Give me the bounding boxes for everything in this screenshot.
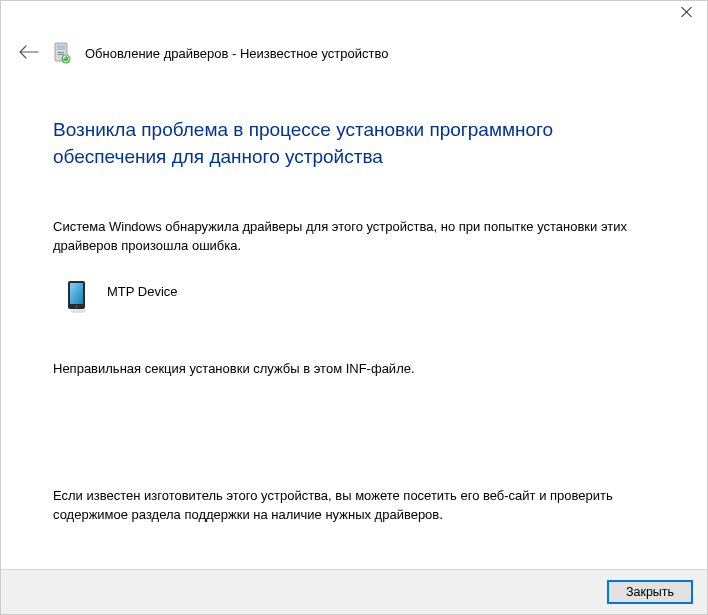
close-icon[interactable]	[679, 5, 695, 21]
hint-text: Если известен изготовитель этого устройс…	[53, 487, 655, 525]
dialog-header: Обновление драйверов - Неизвестное устро…	[1, 33, 707, 83]
error-text: Неправильная секция установки службы в э…	[53, 360, 655, 379]
main-heading: Возникла проблема в процессе установки п…	[53, 117, 655, 170]
driver-update-icon	[53, 41, 71, 65]
close-button[interactable]: Закрыть	[607, 580, 693, 604]
back-arrow-icon[interactable]	[19, 45, 39, 61]
svg-rect-3	[58, 54, 64, 55]
device-icon	[65, 280, 89, 314]
titlebar	[1, 1, 707, 33]
dialog-footer: Закрыть	[1, 569, 707, 614]
device-row: MTP Device	[65, 278, 655, 314]
dialog-title: Обновление драйверов - Неизвестное устро…	[85, 46, 388, 61]
dialog-content: Возникла проблема в процессе установки п…	[1, 83, 707, 524]
svg-rect-1	[57, 45, 65, 50]
svg-rect-2	[58, 52, 64, 53]
description-text: Система Windows обнаружила драйверы для …	[53, 218, 655, 256]
svg-point-9	[76, 305, 78, 307]
device-name: MTP Device	[107, 280, 178, 299]
svg-point-8	[70, 309, 86, 313]
svg-rect-7	[70, 283, 83, 304]
